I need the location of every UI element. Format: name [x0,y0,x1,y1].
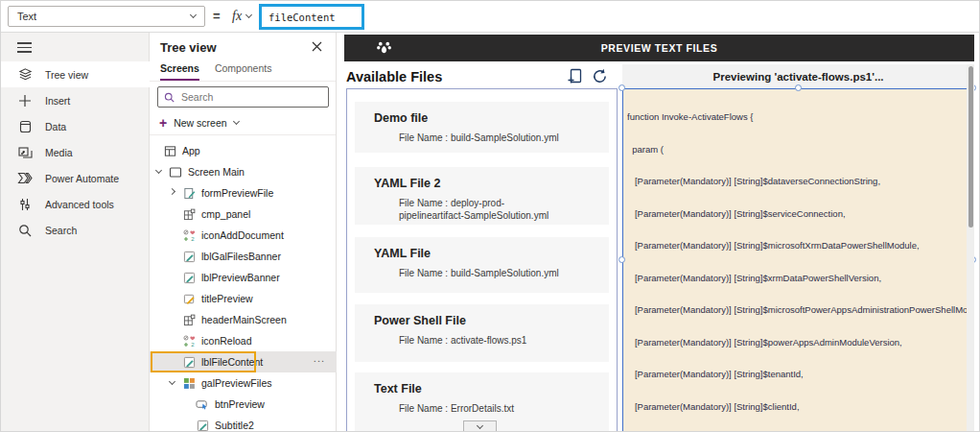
file-content-label[interactable]: function Invoke-ActivateFlows { param ( … [622,88,974,432]
rail-item-insert[interactable]: Insert [1,87,150,113]
component-icon [182,207,196,221]
selection-handle[interactable] [618,256,625,263]
code-line: [Parameter(Mandatory)] [String]$microsof… [627,240,973,251]
close-icon[interactable] [312,41,323,53]
new-screen-label: New screen [174,117,226,129]
tree-item-label: lblGalFilesBanner [201,251,281,262]
code-line: param ( [627,144,973,155]
file-title: Power Shell File [355,304,609,327]
tree-item-headermainscreen[interactable]: headerMainScreen [150,309,337,330]
svg-text:2: 2 [191,342,195,348]
file-card[interactable]: YAML File File Name : build-SampleSoluti… [355,237,609,293]
chevron-right-icon[interactable] [167,192,176,194]
formula-input[interactable]: fileContent [262,12,336,23]
rail-item-label: Media [45,147,73,158]
rail-item-search[interactable]: Search [1,217,150,243]
file-title: YAML File [355,237,609,260]
fx-dropdown[interactable]: fx [232,6,251,27]
screen-header-bar: PREVIEW TEXT FILES [344,35,974,61]
file-subtitle: File Name : ErrorDetails.txt [355,396,609,415]
scrollbar[interactable] [967,64,974,432]
rail-item-data[interactable]: Data [1,113,150,139]
layers-icon [17,67,33,83]
code-line: [Parameter(Mandatory)] [String]$serviceC… [627,208,973,219]
screen-header-title: PREVIEW TEXT FILES [601,42,718,54]
tree-item-iconadddocument[interactable]: 2 iconAddDocument [150,225,337,246]
plus-icon [17,93,33,108]
code-line: [Parameter(Mandatory)] [String]$tenantId… [627,369,973,379]
tree-item-cmp-panel[interactable]: cmp_panel [150,204,337,225]
search-icon [164,92,175,103]
tree-item-label: iconAddDocument [201,229,284,241]
form-icon [182,186,196,200]
tree-view-panel: Tree view Screens Components + New scree… [150,33,337,432]
divider [150,81,336,82]
tree-item-lblpreviewbanner[interactable]: lblPreviewBanner [150,267,337,288]
app-icon [163,144,176,157]
tree-item-label: btnPreview [215,398,265,410]
file-subtitle: File Name : deploy-prod-pipelineartifact… [355,190,575,222]
component-icon [182,313,196,326]
equals-sign: = [213,9,221,23]
rail-item-tree-view[interactable]: Tree view [1,61,150,87]
svg-text:2: 2 [191,236,195,242]
rail-item-label: Advanced tools [45,199,114,210]
tree-item-app[interactable]: App [150,140,337,161]
fx-label: fx [232,9,242,24]
tab-components[interactable]: Components [215,62,272,81]
file-card[interactable]: YAML File 2 File Name : deploy-prod-pipe… [355,167,609,225]
rail-item-advanced-tools[interactable]: Advanced tools [1,191,150,217]
file-card[interactable]: Demo file File Name : build-SampleSoluti… [355,102,609,153]
tree-item-subtitle2[interactable]: Subtitle2 [150,415,337,432]
tree-item-label: headerMainScreen [201,314,287,325]
tree-item-titlepreview[interactable]: titlePreview [150,288,337,309]
rail-item-power-automate[interactable]: Power Automate [1,165,150,191]
tree-search-box[interactable] [157,86,329,108]
scrollbar-thumb[interactable] [968,66,973,228]
tree-item-label: galPreviewFiles [201,377,272,389]
tab-screens[interactable]: Screens [160,62,199,81]
label-icon [196,419,209,432]
tree-item-lblfilecontent[interactable]: lblFileContent ... [150,351,337,372]
file-card[interactable]: Power Shell File File Name : activate-fl… [355,304,609,362]
property-selector-value: Text [17,11,36,22]
left-nav-rail: Tree view Insert Data Media Power Automa… [1,33,150,432]
refresh-icon[interactable] [592,68,608,84]
rail-item-label: Power Automate [45,173,119,184]
label-icon [182,355,196,369]
tree-item-screen-main[interactable]: Screen Main [150,161,337,182]
hamburger-menu-icon[interactable] [17,42,32,53]
tree-item-label: lblFileContent [201,356,263,368]
search-input[interactable] [179,90,304,104]
property-selector[interactable]: Text [8,6,205,27]
gallery-icon [182,376,196,390]
gallery-next-button[interactable] [463,420,497,432]
title-icon [182,292,196,305]
rail-item-media[interactable]: Media [1,139,150,165]
add-document-icon[interactable] [567,68,583,84]
tree-view-title: Tree view [160,40,217,55]
files-title: Available Files [346,69,442,84]
screen-icon [169,165,182,179]
tree-item-galpreviewfiles[interactable]: galPreviewFiles [150,372,337,394]
tree-item-label: Screen Main [188,166,245,178]
selection-handle[interactable] [618,84,625,91]
tree-item-label: formPreviewFile [201,187,273,199]
file-subtitle: File Name : activate-flows.ps1 [355,327,609,347]
chevron-down-icon[interactable] [167,382,176,384]
chevron-down-icon[interactable] [153,171,163,173]
tree-item-label: Subtitle2 [215,420,254,431]
paw-icon [377,41,391,55]
selection-handle[interactable] [795,84,802,91]
formula-highlight-box: fileContent [259,4,364,30]
button-icon [196,397,209,411]
tree-item-btnpreview[interactable]: btnPreview [150,394,337,415]
files-actions [567,68,608,84]
tree-item-label: lblPreviewBanner [201,272,280,283]
tree-item-iconreload[interactable]: 2 iconReload [150,330,337,351]
new-screen-button[interactable]: + New screen [159,113,239,132]
more-options-icon[interactable]: ... [314,352,325,364]
label-icon [182,271,196,284]
tree-item-lblgalfilesbanner[interactable]: lblGalFilesBanner [150,246,337,267]
tree-item-formpreviewfile[interactable]: formPreviewFile [150,182,337,204]
